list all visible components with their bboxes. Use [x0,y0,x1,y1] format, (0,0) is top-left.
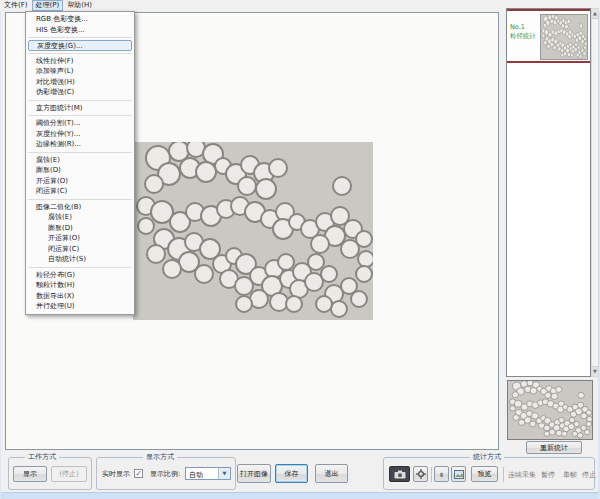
menu-item[interactable]: 阈值分割(T)... [26,118,134,129]
result-thumbnail [540,14,588,60]
list-item-selected[interactable]: No.1 粒径统计 [507,9,590,63]
zoom-ratio-label: 显示比例: [150,470,180,479]
pause-button[interactable]: Ⅱ [434,466,449,482]
open-image-button[interactable]: 打开图像 [237,464,271,483]
pause-icon: Ⅱ [440,471,443,478]
result-line1: No.1 [510,23,542,32]
menu-item[interactable]: 直方图统计(M) [26,103,134,114]
window-frame-left [0,0,1,499]
menu-item[interactable]: 粒径分布(G) [26,270,134,281]
toolbar-separator [503,467,504,482]
menu-separator [28,199,132,200]
capture-button[interactable] [389,466,410,482]
menu-separator [28,53,132,54]
scroll-down-icon[interactable]: ▼ [592,366,598,376]
auto-refresh-label: 实时显示 [102,470,130,479]
show-button[interactable]: 显示 [13,466,47,482]
preview-button[interactable]: 预览 [471,466,498,482]
status-label-stop: 停止 [582,471,596,480]
auto-refresh-checkbox[interactable]: ✓ [134,469,143,478]
status-label-single: 单帧 [563,471,577,480]
menu-item[interactable]: 膨胀(D) [26,223,134,234]
work-mode-label: 工作方式 [25,453,59,462]
zoom-ratio-combobox[interactable]: 自动 ▼ [185,467,231,480]
menu-help[interactable]: 帮助(H) [63,0,96,11]
menu-item[interactable]: 腐蚀(E) [26,212,134,223]
exit-button[interactable]: 退出 [315,464,348,483]
menu-separator [28,115,132,116]
menu-item[interactable]: 开运算(O) [26,233,134,244]
save-button[interactable]: 保存 [275,464,308,483]
menu-item[interactable]: 边缘检测(R)... [26,139,134,150]
result-line2: 粒径统计 [510,32,542,41]
menu-item[interactable]: 闭运算(C) [26,186,134,197]
menu-item[interactable]: RGB 色彩变换... [26,14,134,25]
snapshot-button[interactable] [451,466,466,482]
menu-item[interactable]: 伪彩增强(C) [26,87,134,98]
scroll-up-icon[interactable]: ▲ [592,9,598,19]
preview-thumbnail-image [508,381,592,439]
menu-item[interactable]: 添加噪声(L) [26,66,134,77]
status-label-capture: 连续采集 [508,471,536,480]
toolbar-separator [431,467,432,482]
settings-button[interactable] [413,466,428,482]
menu-separator [28,267,132,268]
stat-mode-label: 统计方式 [470,453,504,462]
chevron-down-icon[interactable]: ▼ [218,468,230,479]
menu-item[interactable]: 腐蚀(E) [26,155,134,166]
menu-item[interactable]: 图像二值化(B) [26,202,134,213]
result-thumbnail-image [541,15,587,59]
window-frame-bottom [0,492,600,499]
result-text: No.1 粒径统计 [510,23,542,41]
menu-separator [28,37,132,38]
stop-button[interactable]: (停止) [51,466,87,482]
preview-thumbnail[interactable] [507,380,593,440]
image-icon [454,470,464,479]
menu-item[interactable]: 开运算(O) [26,176,134,187]
recount-button[interactable]: 重新统计 [526,441,582,454]
menu-file[interactable]: 文件(F) [0,0,32,11]
menu-item[interactable]: 对比增强(H) [26,77,134,88]
menu-process[interactable]: 处理(P) [32,0,64,11]
camera-icon [394,470,406,479]
status-label-pause: 暂停 [541,471,555,480]
result-list: No.1 粒径统计 [506,8,591,377]
check-icon: ✓ [135,469,142,478]
menu-item[interactable]: 膨胀(D) [26,165,134,176]
menu-item[interactable]: 灰度拉伸(Y)... [26,129,134,140]
display-mode-label: 显示方式 [143,453,177,462]
menu-item[interactable]: 闭运算(C) [26,244,134,255]
microspheres-image [133,142,373,320]
menu-item-highlighted[interactable]: 灰度变换(G)... [28,40,132,51]
gear-icon [416,469,426,479]
menu-separator [28,152,132,153]
menu-item[interactable]: 自动统计(S) [26,254,134,265]
specimen-image [133,142,373,320]
menu-item[interactable]: 数据导出(X) [26,291,134,302]
menu-item[interactable]: 颗粒计数(H) [26,280,134,291]
menu-item[interactable]: 线性拉伸(F) [26,56,134,67]
menu-separator [28,100,132,101]
list-scrollbar[interactable]: ▲ ▼ [591,8,599,377]
process-menu-dropdown: RGB 色彩变换... HIS 色彩变换... 灰度变换(G)... 线性拉伸(… [25,11,135,315]
menu-item[interactable]: HIS 色彩变换... [26,25,134,36]
combobox-value: 自动 [189,470,203,480]
menu-item[interactable]: 并行处理(U) [26,301,134,312]
